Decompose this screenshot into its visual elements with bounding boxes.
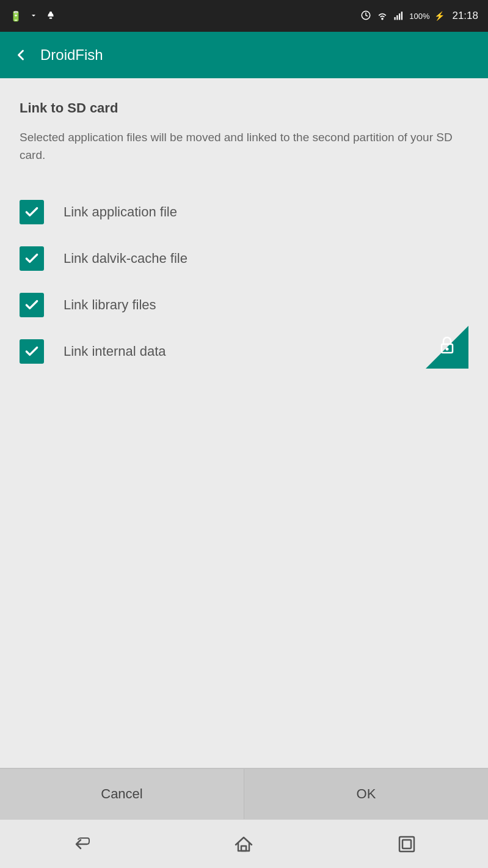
section-description: Selected application files will be moved… bbox=[20, 128, 468, 164]
signal-icon bbox=[393, 10, 404, 23]
status-time: 21:18 bbox=[452, 10, 478, 22]
checkbox-label-link-library: Link library files bbox=[64, 297, 156, 313]
checkbox-label-link-internal: Link internal data bbox=[64, 344, 166, 359]
battery-percent: 100% bbox=[409, 12, 429, 21]
checkbox-list: Link application file Link dalvik-cache … bbox=[20, 189, 468, 375]
clock-icon bbox=[360, 10, 371, 23]
back-button[interactable] bbox=[12, 46, 29, 64]
battery-status-icon: 🔋 bbox=[10, 10, 22, 22]
svg-marker-8 bbox=[426, 326, 468, 369]
checkbox-label-link-app-file: Link application file bbox=[64, 204, 177, 220]
svg-rect-13 bbox=[402, 840, 411, 848]
usb-icon bbox=[28, 9, 39, 23]
bottom-buttons: Cancel OK bbox=[0, 768, 488, 819]
svg-rect-12 bbox=[399, 837, 414, 851]
checkbox-item-link-library[interactable]: Link library files bbox=[20, 282, 468, 328]
checkbox-link-dalvik[interactable] bbox=[20, 246, 44, 271]
debug-icon bbox=[45, 9, 56, 23]
nav-home-button[interactable] bbox=[225, 829, 262, 859]
status-bar: 🔋 100% ⚡ 21:18 bbox=[0, 0, 488, 32]
checkbox-link-library[interactable] bbox=[20, 293, 44, 317]
svg-rect-5 bbox=[396, 15, 398, 20]
app-title: DroidFish bbox=[40, 46, 103, 64]
checkbox-item-link-app-file[interactable]: Link application file bbox=[20, 189, 468, 235]
checkbox-item-link-dalvik[interactable]: Link dalvik-cache file bbox=[20, 235, 468, 282]
spacer bbox=[20, 375, 468, 753]
section-title: Link to SD card bbox=[20, 100, 468, 116]
svg-rect-7 bbox=[401, 12, 402, 20]
checkbox-link-internal[interactable] bbox=[20, 339, 44, 364]
svg-rect-1 bbox=[49, 18, 53, 19]
svg-point-10 bbox=[446, 347, 449, 350]
main-content: Link to SD card Selected application fil… bbox=[0, 78, 488, 768]
svg-rect-11 bbox=[241, 846, 246, 851]
nav-recents-button[interactable] bbox=[388, 829, 425, 859]
nav-back-button[interactable] bbox=[63, 829, 100, 859]
svg-rect-4 bbox=[395, 17, 396, 20]
ok-button[interactable]: OK bbox=[244, 768, 488, 819]
svg-point-3 bbox=[382, 18, 383, 19]
checkbox-item-link-internal[interactable]: Link internal data bbox=[20, 328, 468, 375]
app-bar: DroidFish bbox=[0, 32, 488, 78]
nav-bar bbox=[0, 819, 488, 868]
charging-icon: ⚡ bbox=[434, 11, 445, 21]
cancel-button[interactable]: Cancel bbox=[0, 768, 244, 819]
wifi-icon bbox=[376, 9, 388, 23]
svg-rect-6 bbox=[399, 13, 400, 20]
checkbox-label-link-dalvik: Link dalvik-cache file bbox=[64, 251, 188, 267]
status-bar-left: 🔋 bbox=[10, 9, 56, 23]
checkbox-link-app-file[interactable] bbox=[20, 200, 44, 224]
lock-badge bbox=[426, 326, 468, 369]
status-bar-right: 100% ⚡ 21:18 bbox=[360, 9, 478, 23]
